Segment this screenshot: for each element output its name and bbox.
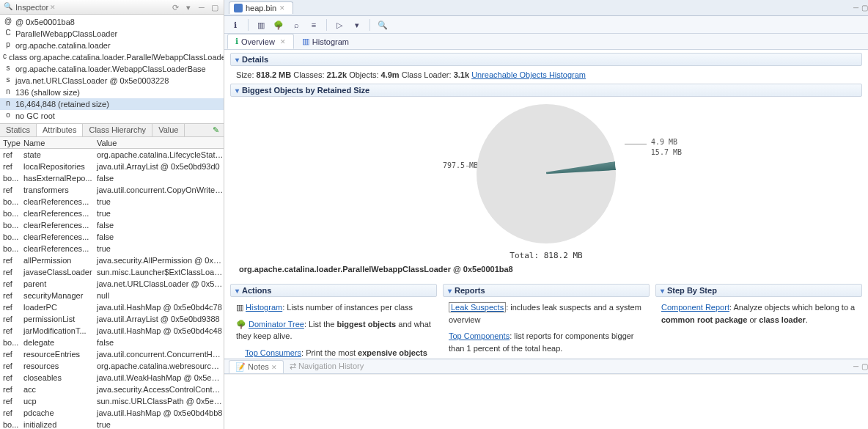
attr-row[interactable]: refaccjava.security.AccessControlContext… bbox=[0, 384, 224, 395]
link-top-consumers[interactable]: Top Consumers bbox=[245, 348, 301, 357]
histogram-icon[interactable]: ▥ bbox=[254, 18, 268, 32]
bottom-minimize-icon[interactable]: ─ bbox=[853, 362, 858, 370]
inspector-icon: 🔍 bbox=[3, 2, 13, 12]
attr-row[interactable]: refucpsun.misc.URLClassPath @ 0x5e0bd4..… bbox=[0, 395, 224, 407]
inspector-tab-value[interactable]: Value bbox=[152, 124, 185, 136]
attr-row[interactable]: refjavaseClassLoadersun.misc.Launcher$Ex… bbox=[0, 266, 224, 278]
run-icon[interactable]: ▷ bbox=[333, 18, 346, 32]
minimize-icon[interactable]: ─ bbox=[196, 1, 207, 13]
find-icon[interactable]: 🔍 bbox=[376, 18, 389, 32]
maximize-icon[interactable]: ▢ bbox=[209, 1, 221, 13]
tree-label: @ 0x5e0001ba8 bbox=[15, 18, 75, 26]
attr-row[interactable]: refpdcachejava.util.HashMap @ 0x5e0bd4bb… bbox=[0, 407, 224, 419]
link-histogram[interactable]: Histogram bbox=[246, 303, 282, 312]
overview-icon[interactable]: ℹ bbox=[229, 18, 242, 32]
link-dominator[interactable]: Dominator Tree bbox=[249, 320, 304, 329]
attr-row[interactable]: bo...clearReferences...false bbox=[0, 219, 224, 231]
tree-row[interactable]: porg.apache.catalina.loader bbox=[0, 40, 224, 51]
pie-caption: org.apache.catalina.loader.ParallelWebap… bbox=[230, 260, 862, 279]
tree-label: org.apache.catalina.loader bbox=[15, 41, 111, 50]
pie-total: Total: 818.2 MB bbox=[230, 251, 862, 260]
pie-label-r1: 4.9 MB bbox=[651, 138, 677, 146]
attr-row[interactable]: bo...clearReferences...true bbox=[0, 208, 224, 219]
tree-icon: s bbox=[3, 64, 13, 74]
tab-notes[interactable]: 📝 Notes ✕ bbox=[229, 360, 284, 373]
tree-row[interactable]: sjava.net.URLClassLoader @ 0x5e0003228 bbox=[0, 75, 224, 87]
col-type[interactable]: Type bbox=[0, 139, 22, 147]
view-menu-icon[interactable]: ▾ bbox=[183, 1, 194, 13]
sync-icon[interactable]: ⟳ bbox=[169, 1, 181, 13]
attr-row[interactable]: reftransformersjava.util.concurrent.Copy… bbox=[0, 184, 224, 196]
attr-row[interactable]: refsecurityManagernull bbox=[0, 290, 224, 301]
inspector-tab-class hierarchy[interactable]: Class Hierarchy bbox=[83, 124, 152, 136]
tree-label: class org.apache.catalina.loader.Paralle… bbox=[9, 53, 224, 62]
tree-row[interactable]: n16,464,848 (retained size) bbox=[0, 98, 224, 110]
tree-icon: o bbox=[3, 111, 13, 121]
tree-label: ParallelWebappClassLoader bbox=[15, 29, 117, 38]
link-leak-suspects[interactable]: Leak Suspects bbox=[449, 302, 506, 312]
hist-icon: ▥ bbox=[302, 37, 309, 46]
col-value[interactable]: Value bbox=[95, 139, 224, 147]
link-top-components[interactable]: Top Components bbox=[449, 331, 510, 340]
attr-row[interactable]: refstateorg.apache.catalina.LifecycleSta… bbox=[0, 149, 224, 161]
attr-row[interactable]: refloaderPCjava.util.HashMap @ 0x5e0bd4c… bbox=[0, 301, 224, 313]
inspector-tab-statics[interactable]: Statics bbox=[0, 124, 37, 136]
attr-row[interactable]: bo...delegatefalse bbox=[0, 337, 224, 348]
editor-minimize-icon[interactable]: ─ bbox=[853, 4, 858, 12]
dominator-icon[interactable]: 🌳 bbox=[272, 18, 285, 32]
inspector-tab-attributes[interactable]: Attributes bbox=[37, 124, 83, 136]
col-name[interactable]: Name bbox=[22, 139, 95, 147]
tree-icon: n bbox=[3, 87, 13, 98]
tree-row[interactable]: sorg.apache.catalina.loader.WebappClassL… bbox=[0, 63, 224, 75]
editor-tabbar: heap.bin ✕ ─ ▢ bbox=[224, 0, 868, 16]
subtab-histogram[interactable]: ▥Histogram bbox=[294, 34, 357, 49]
editor-maximize-icon[interactable]: ▢ bbox=[861, 4, 868, 12]
tree-row[interactable]: n136 (shallow size) bbox=[0, 87, 224, 98]
subtab-overview[interactable]: ℹOverview✕ bbox=[227, 34, 294, 49]
tree-row[interactable]: CParallelWebappClassLoader bbox=[0, 28, 224, 40]
tree-label: java.net.URLClassLoader @ 0x5e0003228 bbox=[15, 76, 169, 85]
editor-tab-label: heap.bin bbox=[246, 4, 276, 12]
oql-icon[interactable]: ⌕ bbox=[290, 18, 303, 32]
tree-label: 16,464,848 (retained size) bbox=[15, 100, 109, 109]
notes-body[interactable] bbox=[224, 374, 868, 429]
editor-tab-heap[interactable]: heap.bin ✕ bbox=[229, 1, 293, 14]
section-details[interactable]: ▾Details bbox=[230, 53, 862, 66]
section-step[interactable]: ▾Step By Step bbox=[655, 284, 862, 297]
inspector-title: Inspector bbox=[15, 3, 48, 12]
inspector-tree[interactable]: @@ 0x5e0001ba8CParallelWebappClassLoader… bbox=[0, 15, 224, 123]
section-actions[interactable]: ▾Actions bbox=[230, 284, 437, 297]
attr-row[interactable]: bo...initializedtrue bbox=[0, 419, 224, 429]
tree-row[interactable]: @@ 0x5e0001ba8 bbox=[0, 16, 224, 28]
pie-chart: 797.5 MB 4.9 MB 15.7 MB bbox=[230, 97, 862, 246]
tab-nav-history[interactable]: ⇄ Navigation History bbox=[284, 360, 369, 373]
attr-row[interactable]: refresourceEntriesjava.util.concurrent.C… bbox=[0, 348, 224, 360]
attr-row[interactable]: bo...hasExternalRepo...false bbox=[0, 172, 224, 184]
attr-row[interactable]: bo...clearReferences...true bbox=[0, 243, 224, 254]
section-biggest[interactable]: ▾Biggest Objects by Retained Size bbox=[230, 84, 862, 97]
query-menu-icon[interactable]: ▾ bbox=[350, 18, 364, 32]
bottom-maximize-icon[interactable]: ▢ bbox=[861, 362, 868, 370]
bottom-view: 📝 Notes ✕ ⇄ Navigation History ─ ▢ bbox=[224, 359, 868, 429]
attr-row[interactable]: refallPermissionjava.security.AllPermiss… bbox=[0, 254, 224, 266]
attr-row[interactable]: bo...clearReferences...true bbox=[0, 196, 224, 208]
attr-row[interactable]: refcloseablesjava.util.WeakHashMap @ 0x5… bbox=[0, 372, 224, 384]
link-component-report[interactable]: Component Report bbox=[661, 303, 729, 312]
section-reports[interactable]: ▾Reports bbox=[443, 284, 650, 297]
pie-label-r2: 15.7 MB bbox=[651, 148, 682, 156]
tree-row[interactable]: cclass org.apache.catalina.loader.Parall… bbox=[0, 51, 224, 63]
attr-header: Type Name Value bbox=[0, 137, 224, 149]
attr-row[interactable]: refresourcesorg.apache.catalina.webresou… bbox=[0, 360, 224, 372]
tree-row[interactable]: ono GC root bbox=[0, 110, 224, 122]
unreachable-link[interactable]: Unreachable Objects Histogram bbox=[471, 70, 586, 79]
tree-label: no GC root bbox=[15, 111, 55, 120]
attr-row[interactable]: refpermissionListjava.util.ArrayList @ 0… bbox=[0, 313, 224, 325]
tree-label: 136 (shallow size) bbox=[15, 88, 80, 97]
subtabs: ℹOverview✕ ▥Histogram bbox=[224, 34, 868, 50]
attr-row[interactable]: reflocalRepositoriesjava.util.ArrayList … bbox=[0, 161, 224, 172]
attr-row[interactable]: refjarModificationT...java.util.HashMap … bbox=[0, 325, 224, 337]
thread-icon[interactable]: ≡ bbox=[307, 18, 320, 32]
edit-icon[interactable]: ✎ bbox=[208, 124, 224, 136]
attr-row[interactable]: bo...clearReferences...false bbox=[0, 231, 224, 243]
attr-row[interactable]: refparentjava.net.URLClassLoader @ 0x5e0… bbox=[0, 278, 224, 290]
